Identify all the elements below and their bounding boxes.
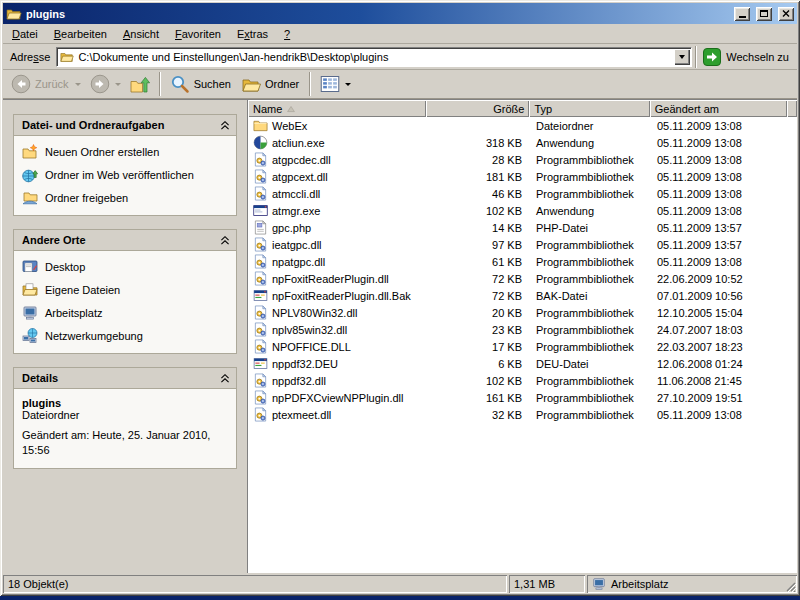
menu-ansicht[interactable]: Ansicht [115, 26, 167, 42]
place-network[interactable]: Netzwerkumgebung [22, 328, 230, 344]
dll-icon [253, 254, 268, 269]
file-size: 318 KB [427, 137, 531, 149]
toolbar-separator [309, 72, 311, 96]
minimize-button[interactable] [734, 7, 750, 21]
nppdf32.DEU[interactable]: nppdf32.DEU 6 KB DEU-Datei 12.06.2008 01… [248, 355, 797, 372]
WebEx[interactable]: WebEx Dateiordner 05.11.2009 13:08 [248, 117, 797, 134]
dropdown-arrow-icon[interactable] [75, 83, 81, 86]
atgpcdec.dll[interactable]: atgpcdec.dll 28 KB Programmbibliothek 05… [248, 151, 797, 168]
file-icon [253, 237, 268, 252]
file-type: BAK-Datei [531, 290, 652, 302]
atgpcext.dll[interactable]: atgpcext.dll 181 KB Programmbibliothek 0… [248, 168, 797, 185]
folders-button[interactable]: Ordner [237, 71, 304, 97]
panel-file-tasks-header[interactable]: Datei- und Ordneraufgaben [14, 115, 236, 136]
sort-ascending-icon [287, 105, 295, 113]
panel-details-header[interactable]: Details [14, 368, 236, 389]
dropdown-arrow-icon[interactable] [115, 83, 121, 86]
search-icon [170, 74, 190, 94]
file-name: npPDFXCviewNPPlugin.dll [272, 392, 403, 404]
dll-icon [253, 271, 268, 286]
collapse-chevron-icon[interactable] [220, 236, 230, 245]
file-date: 05.11.2009 13:57 [652, 222, 790, 234]
details-folder-name: plugins [22, 397, 230, 409]
npFoxitReaderPlugin.dll[interactable]: npFoxitReaderPlugin.dll 72 KB Programmbi… [248, 270, 797, 287]
maximize-icon [760, 10, 768, 17]
task-share-folder[interactable]: Ordner freigeben [22, 190, 230, 206]
column-header-date[interactable]: Geändert am [650, 100, 787, 117]
file-date: 05.11.2009 13:08 [652, 137, 790, 149]
nplv85win32.dll[interactable]: nplv85win32.dll 23 KB Programmbibliothek… [248, 321, 797, 338]
go-arrow-icon [703, 48, 721, 66]
gpc.php[interactable]: gpc.php 14 KB PHP-Datei 05.11.2009 13:57 [248, 219, 797, 236]
close-button[interactable] [778, 7, 794, 21]
search-button[interactable]: Suchen [166, 71, 236, 97]
npatgpc.dll[interactable]: npatgpc.dll 61 KB Programmbibliothek 05.… [248, 253, 797, 270]
file-icon [253, 169, 268, 184]
file-date: 05.11.2009 13:57 [652, 239, 790, 251]
win-file-icon [253, 356, 268, 371]
place-computer[interactable]: Arbeitsplatz [22, 305, 230, 321]
file-icon [253, 220, 268, 235]
status-total-size: 1,31 MB [509, 575, 585, 593]
file-name: npFoxitReaderPlugin.dll.Bak [272, 290, 411, 302]
file-icon [253, 118, 268, 133]
file-icon [253, 288, 268, 303]
npFoxitReaderPlugin.dll.Bak[interactable]: npFoxitReaderPlugin.dll.Bak 72 KB BAK-Da… [248, 287, 797, 304]
file-name: ptexmeet.dll [272, 409, 331, 421]
go-button[interactable]: Wechseln zu [700, 45, 795, 69]
menu-favoriten[interactable]: Favoriten [167, 26, 229, 42]
atmgr.exe[interactable]: atmgr.exe 102 KB Anwendung 05.11.2009 13… [248, 202, 797, 219]
atcliun.exe[interactable]: atcliun.exe 318 KB Anwendung 05.11.2009 … [248, 134, 797, 151]
file-icon [253, 407, 268, 422]
task-new-folder[interactable]: Neuen Ordner erstellen [22, 144, 230, 160]
file-icon [253, 390, 268, 405]
menu-extras[interactable]: Extras [229, 26, 276, 42]
ieatgpc.dll[interactable]: ieatgpc.dll 97 KB Programmbibliothek 05.… [248, 236, 797, 253]
maximize-button[interactable] [756, 7, 772, 21]
place-desktop[interactable]: Desktop [22, 259, 230, 275]
column-header-name[interactable]: Name [248, 100, 426, 117]
npPDFXCviewNPPlugin.dll[interactable]: npPDFXCviewNPPlugin.dll 161 KB Programmb… [248, 389, 797, 406]
column-header-type[interactable]: Typ [529, 100, 649, 117]
file-size: 23 KB [427, 324, 531, 336]
forward-button[interactable] [86, 71, 125, 97]
address-dropdown-button[interactable] [674, 49, 690, 65]
place-my-documents[interactable]: Eigene Dateien [22, 282, 230, 298]
file-size: 72 KB [427, 290, 531, 302]
menu-datei[interactable]: Datei [4, 26, 46, 42]
panel-other-places: Andere Orte Desktop Eigene Dateien [13, 229, 237, 354]
task-publish-web[interactable]: Ordner im Web veröffentlichen [22, 167, 230, 183]
collapse-chevron-icon[interactable] [220, 374, 230, 383]
ptexmeet.dll[interactable]: ptexmeet.dll 32 KB Programmbibliothek 05… [248, 406, 797, 423]
panel-other-places-header[interactable]: Andere Orte [14, 230, 236, 251]
nppdf32.dll[interactable]: nppdf32.dll 102 KB Programmbibliothek 11… [248, 372, 797, 389]
resize-grip[interactable] [784, 580, 796, 592]
NPOFFICE.DLL[interactable]: NPOFFICE.DLL 17 KB Programmbibliothek 22… [248, 338, 797, 355]
folders-icon [241, 74, 261, 94]
file-type: DEU-Datei [531, 358, 652, 370]
window-title: plugins [26, 8, 728, 20]
dropdown-arrow-icon[interactable] [345, 83, 351, 86]
atmccli.dll[interactable]: atmccli.dll 46 KB Programmbibliothek 05.… [248, 185, 797, 202]
NPLV80Win32.dll[interactable]: NPLV80Win32.dll 20 KB Programmbibliothek… [248, 304, 797, 321]
menu-hilfe[interactable]: ? [276, 26, 298, 42]
menu-bearbeiten[interactable]: Bearbeiten [46, 26, 115, 42]
file-type: Programmbibliothek [531, 341, 652, 353]
address-input[interactable]: C:\Dokumente und Einstellungen\Jan-hendr… [56, 47, 692, 67]
views-icon [320, 74, 340, 94]
titlebar[interactable]: plugins [3, 3, 797, 24]
file-name: nppdf32.dll [272, 375, 326, 387]
file-icon [253, 152, 268, 167]
computer-icon [592, 577, 606, 591]
up-button[interactable] [126, 71, 154, 97]
views-button[interactable] [316, 71, 355, 97]
file-name: WebEx [272, 120, 307, 132]
column-header-size[interactable]: Größe [426, 100, 529, 117]
dll-icon [253, 373, 268, 388]
close-icon [782, 10, 790, 17]
dll-icon [253, 152, 268, 167]
column-headers: Name Größe Typ Geändert am [248, 100, 797, 117]
collapse-chevron-icon[interactable] [220, 121, 230, 130]
back-button[interactable]: Zurück [7, 71, 85, 97]
file-type: Programmbibliothek [531, 154, 652, 166]
